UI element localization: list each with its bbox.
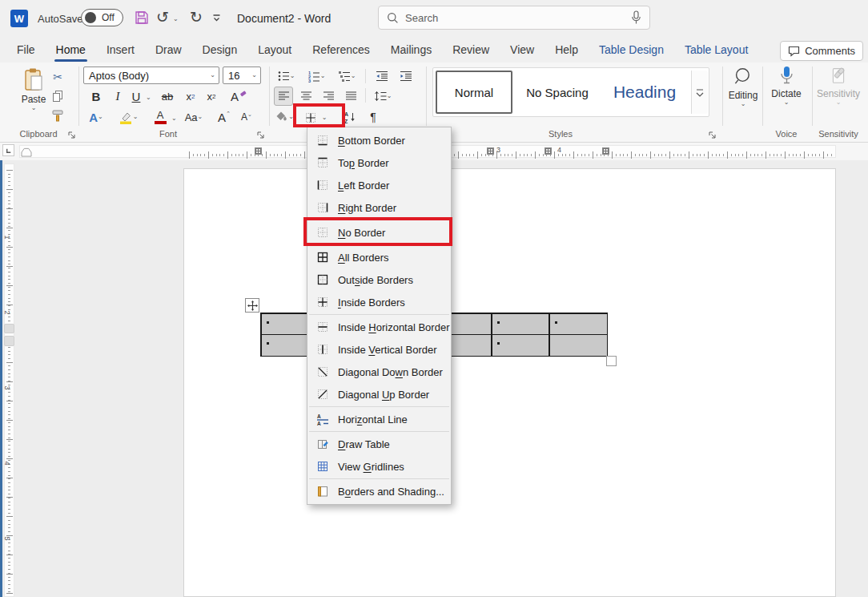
tab-view[interactable]: View xyxy=(500,36,545,63)
menu-item-draw-table[interactable]: Draw Table xyxy=(307,433,451,455)
tab-insert[interactable]: Insert xyxy=(96,36,145,63)
table-column-marker[interactable] xyxy=(255,147,262,155)
font-dialog-launcher-icon[interactable] xyxy=(256,131,265,139)
comments-button[interactable]: Comments xyxy=(780,41,863,61)
tab-table-layout[interactable]: Table Layout xyxy=(674,36,758,63)
tab-review[interactable]: Review xyxy=(442,36,500,63)
bullets-button[interactable]: ⌄ xyxy=(274,67,298,85)
show-formatting-button[interactable]: ¶ xyxy=(364,107,383,127)
menu-item-no-border[interactable]: No Border xyxy=(307,221,451,244)
styles-gallery-more-icon[interactable] xyxy=(691,71,708,114)
table-column-marker[interactable] xyxy=(602,147,609,155)
table-row-marker[interactable] xyxy=(4,324,14,333)
multilevel-list-button[interactable]: ⌄ xyxy=(335,67,359,85)
sensitivity-button[interactable]: Sensitivity ⌄ xyxy=(814,67,863,106)
borders-chevron-icon[interactable]: ⌄ xyxy=(322,115,328,121)
undo-chevron-icon[interactable]: ⌄ xyxy=(173,16,179,22)
tab-draw[interactable]: Draw xyxy=(145,36,192,63)
menu-item-outside-borders[interactable]: Outside Borders xyxy=(307,268,451,291)
decrease-indent-button[interactable] xyxy=(372,67,392,85)
table-cell[interactable] xyxy=(550,335,607,355)
numbering-button[interactable]: 123 ⌄ xyxy=(304,67,328,85)
style-heading[interactable]: Heading xyxy=(601,71,689,114)
indent-marker-icon[interactable] xyxy=(20,147,33,157)
search-input[interactable] xyxy=(405,12,631,24)
align-left-button[interactable] xyxy=(274,87,293,106)
dictate-button[interactable]: Dictate ⌄ xyxy=(767,66,806,106)
page[interactable] xyxy=(183,168,836,597)
tab-mailings[interactable]: Mailings xyxy=(380,36,442,63)
justify-button[interactable] xyxy=(341,87,360,106)
table-move-handle[interactable] xyxy=(245,298,259,313)
subscript-button[interactable]: x2 xyxy=(181,87,200,106)
superscript-button[interactable]: x2 xyxy=(202,87,221,106)
change-case-button[interactable]: Aa ⌄ xyxy=(181,107,207,127)
menu-item-diagonal-down-border[interactable]: Diagonal Down Border xyxy=(307,361,451,383)
style-normal[interactable]: Normal xyxy=(436,71,512,114)
menu-item-inside-horizontal-border[interactable]: Inside Horizontal Border xyxy=(307,316,451,338)
line-spacing-button[interactable]: ⌄ xyxy=(370,87,396,106)
table-row-marker[interactable] xyxy=(4,336,14,346)
shrink-font-button[interactable]: A⌄ xyxy=(237,107,256,127)
menu-item-borders-and-shading[interactable]: Borders and Shading... xyxy=(307,480,451,502)
cut-button[interactable]: ✂ xyxy=(48,69,67,85)
underline-chevron-icon[interactable]: ⌄ xyxy=(146,95,151,101)
table-cell[interactable] xyxy=(492,335,549,355)
table-column-marker[interactable] xyxy=(487,147,494,155)
tab-design[interactable]: Design xyxy=(192,36,248,63)
menu-item-diagonal-up-border[interactable]: Diagonal Up Border xyxy=(307,383,451,405)
dictation-mic-icon[interactable] xyxy=(631,10,641,25)
underline-button[interactable]: U xyxy=(128,87,144,106)
clipboard-dialog-launcher-icon[interactable] xyxy=(67,131,76,139)
menu-separator xyxy=(309,314,449,315)
increase-indent-button[interactable] xyxy=(396,67,416,85)
bold-button[interactable]: B xyxy=(86,87,106,106)
customize-quick-access-icon[interactable] xyxy=(211,13,222,23)
grow-font-button[interactable]: A⌄ xyxy=(215,107,234,127)
font-color-button[interactable]: A xyxy=(147,107,173,127)
font-color-chevron-icon[interactable]: ⌄ xyxy=(171,115,177,122)
borders-button[interactable]: ⌄ xyxy=(299,108,332,127)
redo-icon[interactable]: ↻ xyxy=(190,8,203,26)
copy-button[interactable] xyxy=(48,88,67,104)
tab-table-design[interactable]: Table Design xyxy=(589,36,674,63)
menu-item-inside-vertical-border[interactable]: Inside Vertical Border xyxy=(307,338,451,361)
undo-icon[interactable]: ↺ xyxy=(156,8,169,26)
strikethrough-button[interactable]: ab xyxy=(157,87,178,106)
menu-item-top-border[interactable]: Top Border xyxy=(307,151,451,174)
styles-dialog-launcher-icon[interactable] xyxy=(708,131,717,139)
menu-item-left-border[interactable]: Left Border xyxy=(307,174,451,196)
menu-item-bottom-border[interactable]: Bottom Border xyxy=(307,129,451,151)
tab-references[interactable]: References xyxy=(302,36,380,63)
table-resize-handle[interactable] xyxy=(606,356,617,366)
sort-button[interactable]: AZ xyxy=(340,107,360,127)
save-icon[interactable] xyxy=(134,10,150,26)
tab-file[interactable]: File xyxy=(6,36,46,63)
shading-button[interactable]: ⌄ xyxy=(272,107,296,127)
tab-help[interactable]: Help xyxy=(545,36,589,63)
table-column-marker[interactable] xyxy=(545,147,552,155)
style-no-spacing[interactable]: No Spacing xyxy=(517,71,597,114)
font-name-combo[interactable]: Aptos (Body)⌄ xyxy=(83,67,219,84)
tab-home[interactable]: Home xyxy=(46,36,96,63)
tab-selector[interactable] xyxy=(2,144,14,156)
menu-item-all-borders[interactable]: All Borders xyxy=(307,246,451,268)
search-box[interactable] xyxy=(378,6,650,30)
autosave-toggle[interactable]: Off xyxy=(81,9,123,26)
table-cell[interactable] xyxy=(550,314,607,334)
editing-button[interactable]: Editing ⌄ xyxy=(725,67,761,107)
menu-item-horizontal-line[interactable]: A A Horizontal Line xyxy=(307,408,451,430)
table-cell[interactable] xyxy=(492,314,549,334)
italic-button[interactable]: I xyxy=(109,87,127,106)
tab-layout[interactable]: Layout xyxy=(247,36,302,63)
text-effects-button[interactable]: A ⌄ xyxy=(85,107,107,127)
menu-item-inside-borders[interactable]: Inside Borders xyxy=(307,291,451,313)
align-center-button[interactable] xyxy=(296,87,315,106)
font-size-combo[interactable]: 16⌄ xyxy=(223,67,261,84)
highlight-color-button[interactable]: ⌄ xyxy=(115,107,141,127)
align-right-button[interactable] xyxy=(319,87,338,106)
menu-item-right-border[interactable]: Right Border xyxy=(307,196,451,219)
clear-formatting-button[interactable]: A xyxy=(227,87,250,106)
menu-item-view-gridlines[interactable]: View Gridlines xyxy=(307,455,451,478)
format-painter-button[interactable] xyxy=(48,107,67,123)
